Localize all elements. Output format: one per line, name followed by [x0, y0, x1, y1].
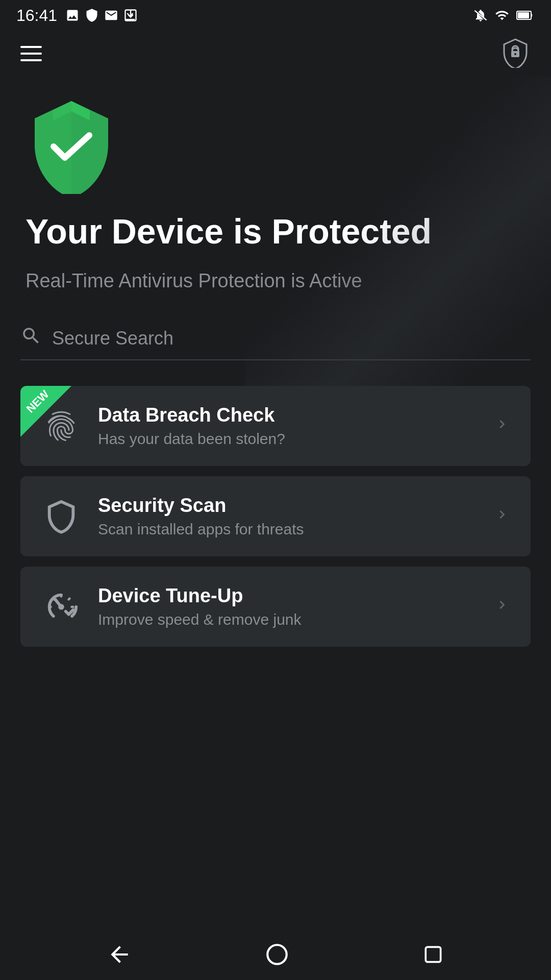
status-time: 16:41 — [16, 6, 57, 25]
device-tuneup-text: Device Tune-Up Improve speed & remove ju… — [98, 585, 478, 628]
hero-subtitle: Real-Time Antivirus Protection is Active — [26, 267, 525, 295]
security-scan-chevron-icon — [494, 506, 510, 527]
data-breach-check-title: Data Breach Check — [98, 404, 478, 426]
mail-icon — [104, 8, 118, 22]
status-bar-left: 16:41 — [16, 6, 138, 25]
svg-rect-4 — [518, 12, 529, 18]
hamburger-line-1 — [20, 46, 42, 48]
shield-outline-icon — [41, 496, 82, 537]
data-breach-chevron-icon — [494, 415, 510, 437]
app-logo-icon — [500, 37, 531, 70]
data-breach-check-card[interactable]: NEW Data Breach Check Has your data been… — [20, 386, 531, 466]
svg-rect-10 — [425, 947, 440, 962]
shield-container — [26, 97, 525, 196]
download-icon — [123, 8, 138, 22]
svg-point-9 — [267, 945, 287, 964]
bottom-navigation — [0, 929, 551, 980]
device-tuneup-subtitle: Improve speed & remove junk — [98, 611, 478, 628]
security-scan-subtitle: Scan installed apps for threats — [98, 521, 478, 538]
fingerprint-icon — [41, 406, 82, 447]
recents-button[interactable] — [422, 943, 444, 966]
device-tuneup-title: Device Tune-Up — [98, 585, 478, 607]
device-tuneup-card[interactable]: Device Tune-Up Improve speed & remove ju… — [20, 567, 531, 647]
status-bar-right — [473, 8, 535, 22]
search-icon — [20, 325, 42, 351]
menu-button[interactable] — [20, 46, 42, 61]
speedometer-icon — [41, 586, 82, 627]
data-breach-check-subtitle: Has your data been stolen? — [98, 430, 478, 448]
svg-point-7 — [514, 53, 516, 55]
hero-section: Your Device is Protected Real-Time Antiv… — [0, 77, 551, 295]
battery-icon — [516, 8, 535, 22]
security-scan-title: Security Scan — [98, 495, 478, 517]
status-bar: 16:41 — [0, 0, 551, 31]
back-button[interactable] — [107, 942, 132, 967]
bell-muted-icon — [473, 8, 488, 22]
search-placeholder[interactable]: Secure Search — [52, 328, 531, 349]
top-bar — [0, 31, 551, 77]
data-breach-check-text: Data Breach Check Has your data been sto… — [98, 404, 478, 448]
hero-title: Your Device is Protected — [26, 211, 525, 251]
svg-point-8 — [58, 604, 64, 610]
security-scan-card[interactable]: Security Scan Scan installed apps for th… — [20, 476, 531, 556]
status-shield-icon — [85, 8, 99, 22]
wifi-icon — [495, 8, 509, 22]
hamburger-line-3 — [20, 59, 42, 61]
device-tuneup-chevron-icon — [494, 596, 510, 618]
hamburger-line-2 — [20, 53, 42, 55]
status-left-icons — [65, 8, 138, 22]
search-bar[interactable]: Secure Search — [20, 325, 531, 360]
security-scan-text: Security Scan Scan installed apps for th… — [98, 495, 478, 538]
photo-icon — [65, 8, 80, 22]
search-container[interactable]: Secure Search — [0, 325, 551, 360]
home-button[interactable] — [264, 942, 290, 967]
protected-shield-icon — [26, 97, 117, 194]
cards-container: NEW Data Breach Check Has your data been… — [0, 386, 551, 647]
